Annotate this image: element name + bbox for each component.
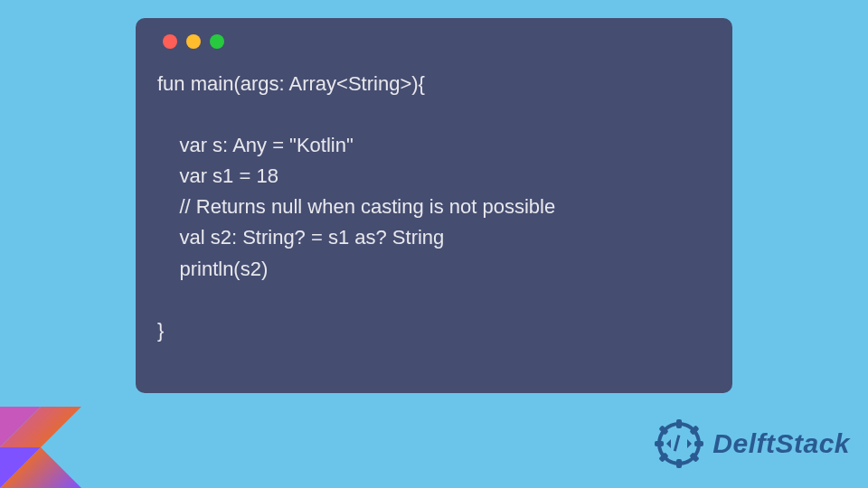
svg-rect-5 bbox=[676, 459, 682, 468]
code-window: fun main(args: Array<String>){ var s: An… bbox=[136, 18, 732, 393]
svg-rect-6 bbox=[655, 441, 664, 446]
kotlin-logo-icon bbox=[0, 407, 81, 488]
brand-name: DelftStack bbox=[712, 428, 850, 459]
svg-rect-4 bbox=[676, 419, 682, 428]
close-icon bbox=[163, 34, 177, 49]
svg-marker-12 bbox=[666, 439, 671, 448]
svg-rect-14 bbox=[674, 435, 681, 451]
minimize-icon bbox=[186, 34, 201, 49]
window-controls bbox=[163, 34, 711, 49]
svg-rect-7 bbox=[694, 441, 703, 446]
code-block: fun main(args: Array<String>){ var s: An… bbox=[157, 69, 711, 346]
brand-gear-icon bbox=[653, 418, 705, 470]
brand: DelftStack bbox=[653, 418, 850, 470]
svg-marker-13 bbox=[687, 439, 692, 448]
maximize-icon bbox=[210, 34, 224, 49]
